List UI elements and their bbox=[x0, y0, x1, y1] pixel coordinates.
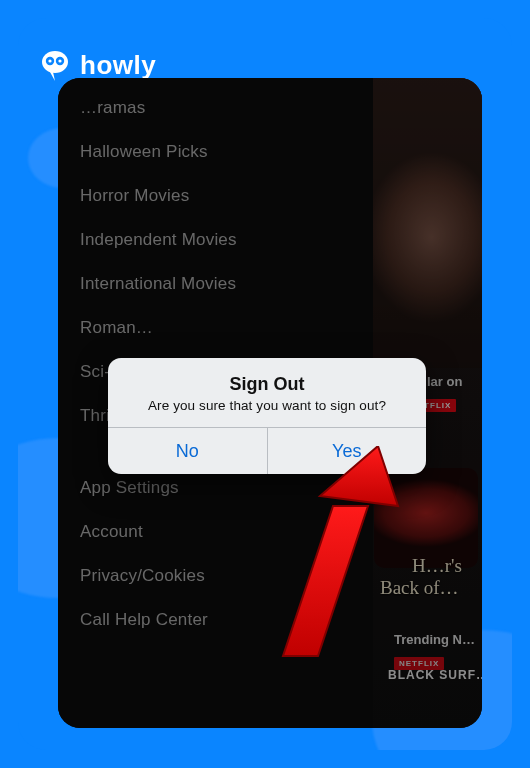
menu-item[interactable]: Horror Movies bbox=[58, 174, 373, 218]
dialog-actions: No Yes bbox=[108, 428, 426, 474]
thumb-overlay-text: H…r's bbox=[412, 556, 462, 575]
svg-point-4 bbox=[58, 59, 61, 62]
content-thumb bbox=[374, 468, 478, 568]
menu-item[interactable]: International Movies bbox=[58, 262, 373, 306]
thumb-overlay-text: Back of… bbox=[380, 578, 459, 597]
menu-item[interactable]: Call Help Center bbox=[58, 598, 373, 642]
content-poster bbox=[370, 78, 482, 368]
dialog-message: Are you sure that you want to sign out? bbox=[128, 398, 406, 413]
menu-item[interactable]: Roman… bbox=[58, 306, 373, 350]
menu-item[interactable]: Independent Movies bbox=[58, 218, 373, 262]
sign-out-dialog: Sign Out Are you sure that you want to s… bbox=[108, 358, 426, 474]
svg-point-3 bbox=[48, 59, 51, 62]
dialog-header: Sign Out Are you sure that you want to s… bbox=[108, 358, 426, 427]
section-label-row: Trending N… bbox=[394, 632, 475, 647]
phone-screenshot: …ular on NETFLIX H…r's Back of… Trending… bbox=[58, 78, 482, 728]
menu-item[interactable]: Halloween Picks bbox=[58, 130, 373, 174]
svg-point-0 bbox=[42, 51, 68, 73]
menu-item[interactable]: Privacy/Cookies bbox=[58, 554, 373, 598]
menu-item[interactable]: …ramas bbox=[58, 86, 373, 130]
branded-card: howly …ular on NETFLIX H…r's Back of… Tr… bbox=[18, 18, 512, 750]
owl-icon bbox=[38, 48, 72, 82]
menu-item[interactable]: Account bbox=[58, 510, 373, 554]
howly-logo: howly bbox=[38, 48, 156, 82]
yes-button[interactable]: Yes bbox=[268, 428, 427, 474]
no-button[interactable]: No bbox=[108, 428, 267, 474]
section-label: Trending N… bbox=[394, 632, 475, 647]
brand-name: howly bbox=[80, 50, 156, 81]
dialog-title: Sign Out bbox=[128, 374, 406, 395]
content-title: BLACK SURF… bbox=[388, 668, 482, 682]
